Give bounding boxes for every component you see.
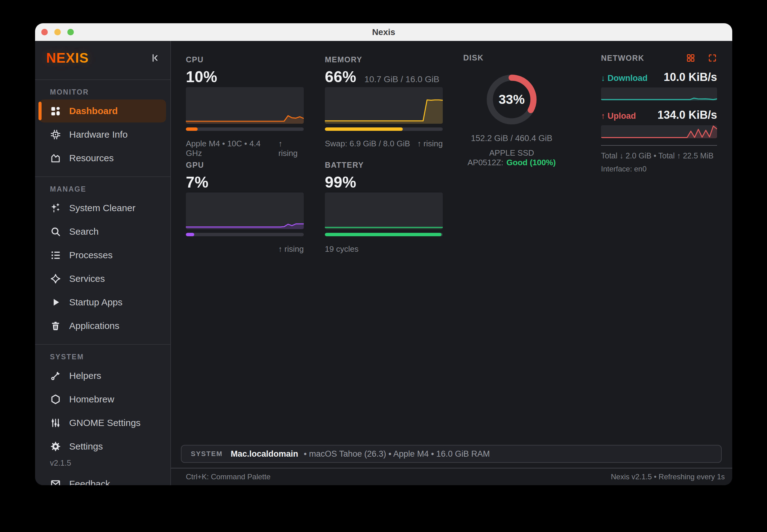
battery-card: BATTERY 99% 19 cycles: [325, 161, 443, 254]
sidebar-collapse-icon[interactable]: [148, 52, 161, 64]
cpu-value: 10%: [186, 68, 218, 86]
version-label: v2.1.5: [50, 459, 170, 468]
gpu-value: 7%: [186, 173, 209, 191]
sidebar-item-label: Services: [69, 273, 105, 284]
dashboard-icon: [50, 105, 61, 117]
sidebar-item-label: Settings: [69, 441, 103, 452]
gpu-trend: ↑ rising: [278, 244, 304, 254]
battery-value: 99%: [325, 173, 357, 191]
search-icon: [50, 226, 61, 237]
trash-icon: [50, 320, 61, 331]
sidebar-item-label: Feedback: [69, 479, 110, 485]
sidebar-item-label: Resources: [69, 153, 113, 163]
sidebar-item-gnome-settings[interactable]: GNOME Settings: [39, 411, 166, 434]
sidebar-divider: [35, 176, 170, 177]
gpu-card-title: GPU: [186, 161, 304, 170]
sidebar-item-dashboard[interactable]: Dashboard: [39, 100, 166, 122]
app-logo: NEXIS: [46, 50, 89, 66]
star4-icon: [50, 273, 61, 284]
sidebar-item-hardware-info[interactable]: Hardware Info: [39, 123, 166, 146]
wrench-icon: [50, 370, 61, 381]
network-interface: Interface: en0: [601, 165, 717, 173]
sidebar-item-system-cleaner[interactable]: System Cleaner: [39, 197, 166, 219]
hexagon-icon: [50, 394, 61, 405]
envelope-icon: [50, 478, 61, 485]
expand-icon[interactable]: [708, 53, 717, 63]
cpu-card-title: CPU: [186, 55, 304, 64]
sidebar-item-label: Dashboard: [69, 106, 118, 116]
sidebar-divider: [35, 344, 170, 345]
sliders-icon: [50, 417, 61, 428]
memory-card: MEMORY 66% 10.7 GiB / 16.0 GiB Swap: 6.9…: [325, 55, 443, 149]
sidebar-divider: [35, 79, 170, 80]
cpu-info: Apple M4 • 10C • 4.4 GHz: [186, 139, 278, 158]
sidebar-item-label: System Cleaner: [69, 203, 135, 213]
sidebar-item-applications[interactable]: Applications: [39, 314, 166, 337]
sidebar-item-homebrew[interactable]: Homebrew: [39, 388, 166, 411]
upload-value: 134.0 KiB/s: [658, 109, 717, 122]
disk-health-status: Good (100%): [506, 158, 556, 167]
sidebar-item-label: Startup Apps: [69, 297, 122, 308]
sidebar-section-label: MONITOR: [50, 88, 170, 96]
titlebar: Nexis: [35, 23, 732, 41]
status-footer: Ctrl+K: Command Palette Nexis v2.1.5 • R…: [171, 468, 732, 485]
upload-label: ↑ Upload: [601, 111, 636, 121]
network-totals: Total ↓ 2.0 GiB • Total ↑ 22.5 MiB: [601, 151, 717, 160]
sidebar-item-settings[interactable]: Settings: [39, 435, 166, 458]
sidebar-item-helpers[interactable]: Helpers: [39, 364, 166, 387]
memory-progress-bar: [325, 127, 443, 131]
sidebar-item-label: Search: [69, 226, 99, 237]
sidebar-item-processes[interactable]: Processes: [39, 244, 166, 267]
disk-donut-chart: 33%: [484, 72, 539, 127]
command-palette-hint: Ctrl+K: Command Palette: [186, 472, 271, 481]
sidebar-item-label: GNOME Settings: [69, 418, 140, 428]
chip-icon: [50, 129, 61, 140]
disk-card-title: DISK: [463, 53, 560, 62]
sidebar-item-resources[interactable]: Resources: [39, 147, 166, 170]
battery-sparkline: [325, 193, 443, 229]
battery-card-title: BATTERY: [325, 161, 443, 170]
sidebar-item-search[interactable]: Search: [39, 220, 166, 243]
sidebar-item-startup-apps[interactable]: Startup Apps: [39, 291, 166, 314]
gpu-progress-bar: [186, 233, 304, 236]
disk-percent: 33%: [484, 72, 539, 127]
gpu-card: GPU 7% ↑ rising: [186, 161, 304, 254]
memory-sparkline: [325, 87, 443, 124]
list-icon: [50, 250, 61, 261]
memory-detail: 10.7 GiB / 16.0 GiB: [365, 74, 439, 84]
activity-icon: [50, 153, 61, 164]
grid-icon[interactable]: [686, 53, 695, 63]
sidebar-item-label: Processes: [69, 250, 113, 260]
window-title: Nexis: [35, 27, 732, 37]
cpu-progress-bar: [186, 127, 304, 131]
network-card: NETWORK ↓ Download 10.0 KiB/s: [601, 53, 717, 173]
system-label: SYSTEM: [191, 450, 223, 458]
sidebar-section-label: SYSTEM: [50, 353, 170, 361]
memory-trend: ↑ rising: [417, 139, 443, 149]
cpu-trend: ↑ rising: [278, 139, 304, 158]
download-label: ↓ Download: [601, 73, 648, 83]
gpu-sparkline: [186, 193, 304, 229]
battery-cycles: 19 cycles: [325, 244, 358, 254]
dashboard-main: CPU 10% Apple M4 • 10C • 4.4 GHz ↑ risin…: [171, 41, 732, 485]
network-card-title: NETWORK: [601, 54, 645, 63]
download-sparkline: [601, 87, 717, 100]
memory-value: 66%: [325, 68, 357, 86]
memory-card-title: MEMORY: [325, 55, 443, 64]
sidebar: NEXIS MONITORDashboardHardware InfoResou…: [35, 41, 171, 485]
battery-progress-bar: [325, 233, 443, 236]
active-indicator: [38, 102, 42, 120]
cpu-card: CPU 10% Apple M4 • 10C • 4.4 GHz ↑ risin…: [186, 55, 304, 158]
app-window: Nexis NEXIS MONITORDashboardHardware Inf…: [35, 23, 732, 485]
sidebar-item-services[interactable]: Services: [39, 267, 166, 290]
disk-usage: 152.2 GiB / 460.4 GiB: [463, 134, 560, 143]
sidebar-item-feedback[interactable]: Feedback: [39, 472, 166, 485]
gear-icon: [50, 441, 61, 452]
download-value: 10.0 KiB/s: [664, 71, 717, 84]
sidebar-item-label: Applications: [69, 321, 119, 331]
sidebar-item-label: Helpers: [69, 370, 101, 381]
sidebar-section-label: MANAGE: [50, 185, 170, 193]
network-divider: [601, 145, 717, 146]
system-info-bar: SYSTEM Mac.localdomain • macOS Tahoe (26…: [181, 445, 722, 463]
system-hostname: Mac.localdomain: [231, 449, 298, 459]
